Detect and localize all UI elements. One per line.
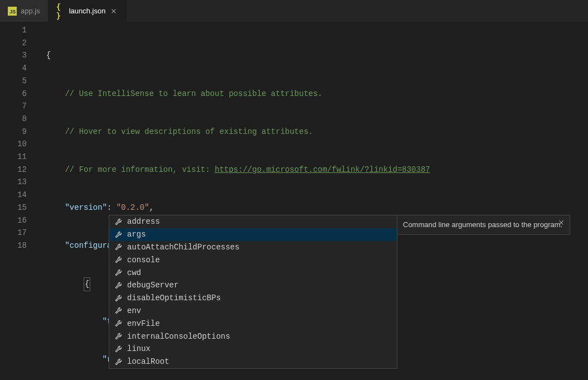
suggest-item-label: debugServer (127, 281, 178, 290)
close-icon[interactable] (556, 218, 566, 228)
doc-link[interactable]: https://go.microsoft.com/fwlink/?linkid=… (215, 165, 430, 174)
suggest-item-label: disableOptimisticBPs (127, 294, 221, 302)
suggest-item[interactable]: address (109, 215, 397, 228)
suggest-item-label: envFile (127, 319, 160, 328)
line-number: 15 (0, 201, 37, 214)
line-number: 18 (0, 239, 37, 252)
line-number: 17 (0, 227, 37, 239)
suggest-item-label: console (127, 256, 160, 264)
suggest-item-label: env (127, 306, 141, 315)
tab-app-js[interactable]: JS app.js (0, 0, 48, 22)
line-gutter: 123456789101112131415161718 (0, 22, 37, 380)
wrench-icon (114, 357, 123, 366)
comment-line: // For more information, visit: (65, 165, 215, 174)
suggest-item-label: autoAttachChildProcesses (127, 243, 240, 252)
line-number: 16 (0, 214, 37, 227)
wrench-icon (114, 281, 123, 290)
line-number: 9 (0, 126, 37, 138)
json-string: "0.2.0" (116, 203, 149, 212)
suggest-item[interactable]: env (109, 305, 397, 318)
tab-label: launch.json (69, 7, 106, 15)
suggest-item[interactable]: debugServer (109, 279, 397, 292)
suggest-item-label: linux (127, 344, 150, 353)
line-number: 14 (0, 189, 37, 201)
suggest-item[interactable]: args (109, 228, 397, 241)
js-icon: JS (8, 7, 17, 16)
suggest-doc-text: Command line arguments passed to the pro… (403, 220, 562, 229)
suggest-widget: addressargsautoAttachChildProcessesconso… (109, 215, 397, 369)
svg-text:JS: JS (9, 9, 16, 15)
wrench-icon (114, 243, 123, 252)
wrench-icon (114, 230, 123, 239)
line-number: 8 (0, 113, 37, 126)
suggest-item[interactable]: autoAttachChildProcesses (109, 241, 397, 254)
wrench-icon (114, 217, 123, 226)
suggest-item[interactable]: linux (109, 343, 397, 355)
suggest-item-label: cwd (127, 268, 141, 277)
comment-line: // Use IntelliSense to learn about possi… (65, 89, 322, 98)
line-number: 6 (0, 88, 37, 100)
comment-line: // Hover to view descriptions of existin… (65, 127, 313, 136)
line-number: 12 (0, 163, 37, 176)
line-number: 11 (0, 151, 37, 163)
suggest-doc-widget: Command line arguments passed to the pro… (397, 215, 570, 235)
tab-launch-json[interactable]: { } launch.json (48, 0, 127, 22)
close-icon[interactable] (109, 7, 118, 16)
suggest-item-label: args (127, 230, 146, 239)
line-number: 13 (0, 176, 37, 189)
suggest-item[interactable]: console (109, 253, 397, 266)
wrench-icon (114, 332, 123, 341)
line-number: 10 (0, 138, 37, 151)
wrench-icon (114, 294, 123, 302)
suggest-item[interactable]: envFile (109, 317, 397, 330)
line-number: 5 (0, 75, 37, 88)
line-number: 1 (0, 24, 37, 37)
json-icon: { } (56, 7, 65, 16)
suggest-item[interactable]: cwd (109, 266, 397, 279)
wrench-icon (114, 319, 123, 328)
suggest-item-label: address (127, 217, 160, 226)
suggest-item[interactable]: disableOptimisticBPs (109, 292, 397, 305)
json-key: "version" (65, 203, 107, 212)
suggest-item[interactable]: internalConsoleOptions (109, 330, 397, 343)
wrench-icon (114, 306, 123, 315)
wrench-icon (114, 268, 123, 277)
tab-bar: JS app.js { } launch.json (0, 0, 588, 22)
suggest-item[interactable]: localRoot (109, 355, 397, 368)
tab-label: app.js (21, 7, 40, 15)
line-number: 2 (0, 37, 37, 50)
wrench-icon (114, 256, 123, 264)
line-number: 4 (0, 62, 37, 75)
suggest-item-label: internalConsoleOptions (127, 332, 230, 341)
wrench-icon (114, 344, 123, 353)
line-number: 3 (0, 49, 37, 62)
suggest-item-label: localRoot (127, 357, 169, 366)
line-number: 7 (0, 100, 37, 113)
